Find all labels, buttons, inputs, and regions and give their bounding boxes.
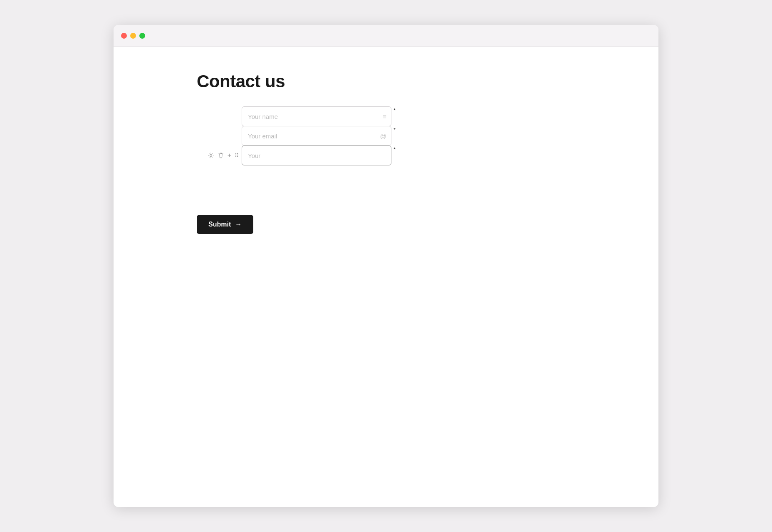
phone-required-marker: * (393, 147, 396, 153)
svg-point-0 (210, 154, 212, 156)
minimize-button[interactable] (130, 33, 136, 39)
phone-field-row: + ⠿ * (197, 145, 391, 165)
title-bar (114, 25, 658, 47)
email-input-wrap: * @ (242, 126, 391, 145)
name-input[interactable] (242, 106, 391, 126)
email-field-row: * @ (197, 126, 391, 145)
page-title: Contact us (197, 71, 285, 91)
name-input-wrap: * ≡ (242, 106, 391, 126)
submit-button[interactable]: Submit → (197, 215, 253, 234)
phone-input-wrap: * (242, 145, 391, 165)
add-tool-icon[interactable]: + (228, 152, 231, 159)
settings-tool-icon[interactable] (208, 152, 214, 159)
name-field-row: * ≡ (197, 106, 391, 126)
app-window: Contact us * ≡ * @ (114, 25, 658, 507)
page-content: Contact us * ≡ * @ (114, 47, 658, 234)
name-required-marker: * (393, 108, 396, 113)
submit-label: Submit (208, 221, 231, 228)
phone-tools[interactable]: + ⠿ (197, 152, 238, 159)
maximize-button[interactable] (139, 33, 145, 39)
form-fields: * ≡ * @ (197, 106, 391, 165)
email-input[interactable] (242, 126, 391, 146)
drag-tool-icon[interactable]: ⠿ (235, 152, 238, 159)
email-required-marker: * (393, 127, 396, 133)
submit-arrow-icon: → (235, 221, 242, 228)
delete-tool-icon[interactable] (218, 152, 224, 159)
close-button[interactable] (121, 33, 127, 39)
phone-input[interactable] (242, 145, 391, 165)
